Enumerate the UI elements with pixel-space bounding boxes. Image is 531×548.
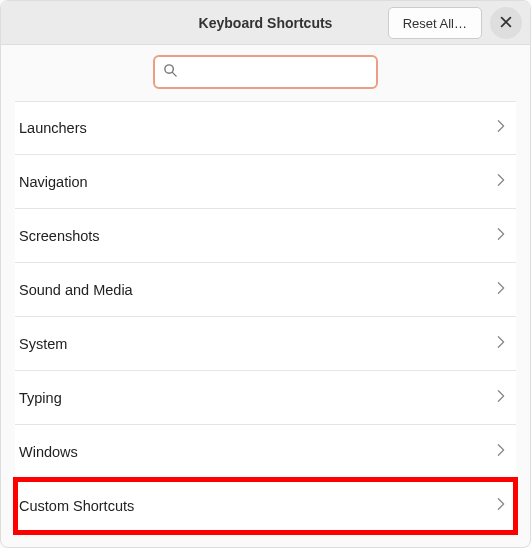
category-label: Typing — [19, 390, 62, 406]
search-field-wrap[interactable] — [153, 55, 378, 89]
category-item-screenshots[interactable]: Screenshots — [15, 209, 516, 263]
chevron-right-icon — [494, 443, 508, 461]
chevron-right-icon — [494, 119, 508, 137]
category-label: Custom Shortcuts — [19, 498, 134, 514]
close-button[interactable] — [490, 7, 522, 39]
category-label: Navigation — [19, 174, 88, 190]
search-bar — [1, 45, 530, 101]
search-input[interactable] — [184, 64, 368, 80]
chevron-right-icon — [494, 173, 508, 191]
chevron-right-icon — [494, 227, 508, 245]
category-label: System — [19, 336, 67, 352]
chevron-right-icon — [494, 281, 508, 299]
close-icon — [499, 15, 513, 32]
chevron-right-icon — [494, 335, 508, 353]
category-item-sound-and-media[interactable]: Sound and Media — [15, 263, 516, 317]
category-item-launchers[interactable]: Launchers — [15, 101, 516, 155]
category-label: Sound and Media — [19, 282, 133, 298]
page-title: Keyboard Shortcuts — [199, 15, 333, 31]
category-item-windows[interactable]: Windows — [15, 425, 516, 479]
category-item-typing[interactable]: Typing — [15, 371, 516, 425]
keyboard-shortcuts-window: Keyboard Shortcuts Reset All… Launchers … — [0, 0, 531, 548]
reset-all-button[interactable]: Reset All… — [388, 7, 482, 39]
category-item-navigation[interactable]: Navigation — [15, 155, 516, 209]
category-list: Launchers Navigation Screenshots Sound a… — [1, 101, 530, 547]
search-icon — [163, 63, 178, 82]
category-label: Launchers — [19, 120, 87, 136]
category-label: Screenshots — [19, 228, 100, 244]
header-bar: Keyboard Shortcuts Reset All… — [1, 1, 530, 45]
chevron-right-icon — [494, 497, 508, 515]
category-label: Windows — [19, 444, 78, 460]
chevron-right-icon — [494, 389, 508, 407]
category-item-system[interactable]: System — [15, 317, 516, 371]
category-item-custom-shortcuts[interactable]: Custom Shortcuts — [15, 479, 516, 533]
svg-line-1 — [172, 72, 176, 76]
